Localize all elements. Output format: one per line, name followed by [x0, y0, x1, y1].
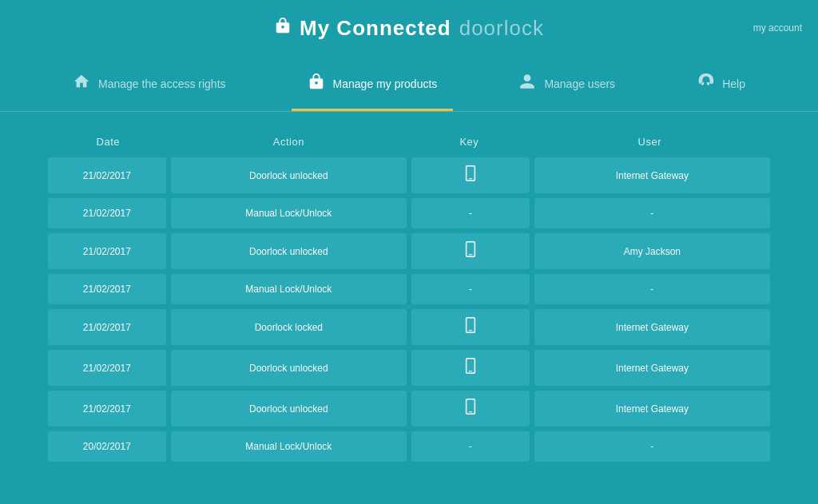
headset-icon	[697, 73, 714, 95]
cell-date: 21/02/2017	[48, 350, 166, 386]
phone-icon	[464, 399, 477, 419]
cell-key: -	[411, 274, 530, 304]
nav-item-access-rights[interactable]: Manage the access rights	[57, 56, 242, 111]
table-row: 21/02/2017Manual Lock/Unlock--	[48, 274, 770, 304]
table-row: 20/02/2017Manual Lock/Unlock--	[48, 431, 770, 462]
svg-rect-9	[469, 411, 473, 412]
cell-user: Amy Jackson	[534, 233, 770, 269]
cell-date: 20/02/2017	[48, 431, 166, 462]
col-header-key: Key	[409, 136, 530, 148]
user-icon	[518, 73, 536, 95]
cell-key	[411, 350, 530, 386]
my-account-link[interactable]: my account	[753, 22, 802, 34]
cell-key	[411, 157, 530, 193]
cell-action: Doorlock locked	[171, 309, 407, 345]
cell-date: 21/02/2017	[48, 157, 166, 193]
cell-action: Manual Lock/Unlock	[171, 431, 407, 462]
cell-key: -	[411, 431, 530, 462]
nav-item-users[interactable]: Manage users	[502, 56, 631, 111]
phone-icon	[464, 241, 477, 261]
cell-key: -	[411, 198, 530, 228]
cell-date: 21/02/2017	[48, 309, 166, 345]
table-row: 21/02/2017Doorlock locked Internet Gatew…	[48, 309, 770, 345]
navigation: Manage the access rights Manage my produ…	[0, 56, 818, 112]
header-lock-icon	[274, 17, 292, 39]
col-header-date: Date	[48, 136, 169, 148]
col-header-action: Action	[169, 136, 409, 148]
cell-key	[411, 391, 530, 427]
table-body: 21/02/2017Doorlock unlocked Internet Gat…	[48, 157, 770, 462]
table-row: 21/02/2017Doorlock unlocked Amy Jackson	[48, 233, 770, 269]
cell-date: 21/02/2017	[48, 233, 166, 269]
svg-rect-3	[469, 254, 473, 255]
nav-item-products[interactable]: Manage my products	[292, 56, 454, 111]
app-title: My Connected doorlock	[274, 16, 544, 41]
cell-action: Doorlock unlocked	[171, 233, 407, 269]
lock-icon	[308, 73, 325, 95]
table-row: 21/02/2017Doorlock unlocked Internet Gat…	[48, 391, 770, 427]
cell-date: 21/02/2017	[48, 391, 166, 427]
table-row: 21/02/2017Manual Lock/Unlock--	[48, 198, 770, 228]
svg-rect-7	[469, 371, 473, 371]
nav-label-users: Manage users	[544, 77, 615, 90]
phone-icon	[464, 317, 477, 337]
cell-action: Doorlock unlocked	[171, 391, 407, 427]
cell-user: -	[534, 274, 770, 304]
phone-icon	[464, 165, 477, 185]
nav-label-help: Help	[722, 77, 745, 90]
header: My Connected doorlock my account	[0, 0, 818, 56]
table-row: 21/02/2017Doorlock unlocked Internet Gat…	[48, 157, 770, 193]
table-header: Date Action Key User	[48, 128, 770, 157]
cell-date: 21/02/2017	[48, 198, 166, 228]
svg-rect-1	[469, 178, 473, 179]
cell-action: Manual Lock/Unlock	[171, 198, 407, 228]
cell-key	[411, 309, 530, 345]
cell-date: 21/02/2017	[48, 274, 166, 304]
cell-key	[411, 233, 530, 269]
cell-user: -	[534, 431, 770, 462]
nav-label-access-rights: Manage the access rights	[98, 77, 226, 90]
nav-item-help[interactable]: Help	[681, 56, 761, 111]
cell-action: Manual Lock/Unlock	[171, 274, 407, 304]
cell-user: Internet Gateway	[534, 309, 770, 345]
table-row: 21/02/2017Doorlock unlocked Internet Gat…	[48, 350, 770, 386]
home-icon	[73, 73, 90, 95]
title-light: doorlock	[459, 16, 544, 41]
nav-label-products: Manage my products	[333, 77, 438, 90]
title-bold: My Connected	[300, 16, 451, 41]
cell-user: -	[534, 198, 770, 228]
cell-user: Internet Gateway	[534, 391, 770, 427]
cell-action: Doorlock unlocked	[171, 157, 407, 193]
cell-user: Internet Gateway	[534, 350, 770, 386]
cell-action: Doorlock unlocked	[171, 350, 407, 386]
col-header-user: User	[530, 136, 770, 148]
main-content: Date Action Key User 21/02/2017Doorlock …	[0, 112, 818, 482]
phone-icon	[464, 358, 477, 378]
cell-user: Internet Gateway	[534, 157, 770, 193]
svg-rect-5	[469, 330, 473, 331]
